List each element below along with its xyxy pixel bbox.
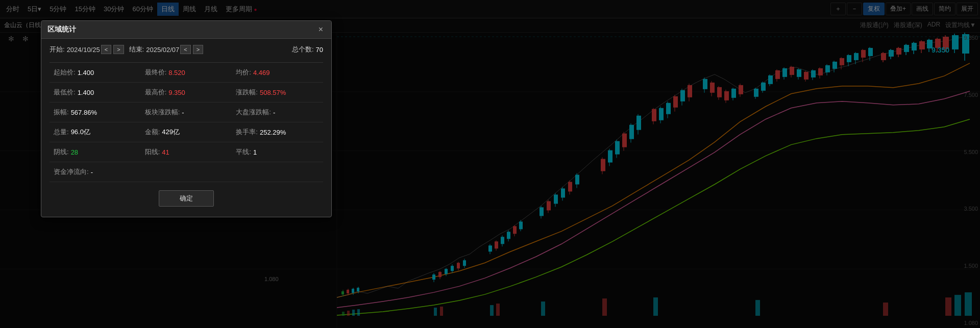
stat-yin-count-label: 阴线: — [54, 147, 69, 157]
stat-yang-count-label: 阳线: — [145, 147, 160, 157]
end-prev-button[interactable]: < — [180, 45, 190, 54]
modal-header: 区域统计 × — [41, 21, 331, 39]
stat-sector-change-label: 板块涨跌幅: — [145, 108, 180, 117]
stat-flat-count-value: 1 — [253, 148, 257, 156]
stat-yin-count-value: 28 — [71, 148, 78, 156]
modal-close-button[interactable]: × — [316, 26, 325, 34]
stat-start-price: 起始价: 1.400 — [50, 63, 141, 83]
stat-final-price-label: 最终价: — [145, 68, 167, 77]
stat-capital-flow-value: - — [91, 168, 93, 176]
modal-title: 区域统计 — [47, 25, 76, 34]
end-date: 2025/02/07 — [146, 46, 179, 54]
confirm-row: 确定 — [50, 182, 323, 211]
end-label: 结束: — [129, 45, 144, 54]
stat-capital-flow: 资金净流向: - — [50, 162, 323, 182]
stat-sector-change-value: - — [182, 109, 184, 116]
stat-yang-count-value: 41 — [162, 148, 169, 156]
modal-body: 开始: 2024/10/25 < > 结束: 2025/02/07 < > 总个… — [41, 39, 331, 217]
stat-yin-count: 阴线: 28 — [50, 142, 141, 162]
stat-sector-change: 板块涨跌幅: - — [141, 103, 232, 122]
stat-amount-label: 金额: — [145, 128, 160, 137]
stat-turnover-rate-value: 252.29% — [260, 129, 286, 136]
stat-start-price-label: 起始价: — [54, 68, 76, 77]
stat-amplitude-label: 振幅: — [54, 108, 69, 117]
count-label: 总个数: — [292, 45, 314, 54]
stat-market-change-value: - — [273, 109, 275, 116]
stat-turnover-rate-label: 换手率: — [236, 128, 258, 137]
stat-change-pct: 涨跌幅: 508.57% — [232, 83, 323, 103]
stat-avg-price: 均价: 4.469 — [232, 63, 323, 83]
stat-amplitude-value: 567.86% — [71, 109, 97, 116]
stat-total-volume-label: 总量: — [54, 128, 69, 137]
stat-final-price-value: 8.520 — [168, 69, 185, 77]
stat-change-pct-label: 涨跌幅: — [236, 88, 258, 97]
stats-grid: 起始价: 1.400 最终价: 8.520 均价: 4.469 最低价: 1.4… — [50, 62, 323, 182]
end-next-button[interactable]: > — [193, 45, 203, 54]
stat-flat-count: 平线: 1 — [232, 142, 323, 162]
stat-capital-flow-label: 资金净流向: — [54, 167, 89, 176]
stat-avg-price-value: 4.469 — [253, 69, 270, 77]
stat-yang-count: 阳线: 41 — [141, 142, 232, 162]
start-prev-button[interactable]: < — [101, 45, 111, 54]
stat-flat-count-label: 平线: — [236, 147, 251, 157]
stat-change-pct-value: 508.57% — [260, 89, 286, 96]
stat-min-price-value: 1.400 — [78, 89, 94, 96]
confirm-button[interactable]: 确定 — [159, 190, 214, 207]
stat-market-change: 大盘涨跌幅: - — [232, 103, 323, 122]
date-row: 开始: 2024/10/25 < > 结束: 2025/02/07 < > 总个… — [50, 45, 323, 54]
stat-start-price-value: 1.400 — [78, 69, 94, 77]
start-next-button[interactable]: > — [113, 45, 124, 54]
stat-market-change-label: 大盘涨跌幅: — [236, 108, 271, 117]
stat-turnover-rate: 换手率: 252.29% — [232, 122, 323, 142]
start-date: 2024/10/25 — [67, 46, 100, 54]
count-value: 70 — [316, 46, 323, 54]
stat-max-price-value: 9.350 — [168, 89, 185, 96]
stat-avg-price-label: 均价: — [236, 68, 251, 77]
stat-min-price-label: 最低价: — [54, 88, 76, 97]
stats-modal: 区域统计 × 开始: 2024/10/25 < > 结束: 2025/02/07… — [41, 20, 332, 217]
stat-amount-value: 429亿 — [162, 128, 180, 137]
stat-max-price: 最高价: 9.350 — [141, 83, 232, 103]
stat-amount: 金额: 429亿 — [141, 122, 232, 142]
stat-final-price: 最终价: 8.520 — [141, 63, 232, 83]
stat-amplitude: 振幅: 567.86% — [50, 103, 141, 122]
stat-total-volume-value: 96.0亿 — [71, 128, 90, 137]
start-label: 开始: — [50, 45, 65, 54]
stat-total-volume: 总量: 96.0亿 — [50, 122, 141, 142]
stat-max-price-label: 最高价: — [145, 88, 167, 97]
stat-min-price: 最低价: 1.400 — [50, 83, 141, 103]
